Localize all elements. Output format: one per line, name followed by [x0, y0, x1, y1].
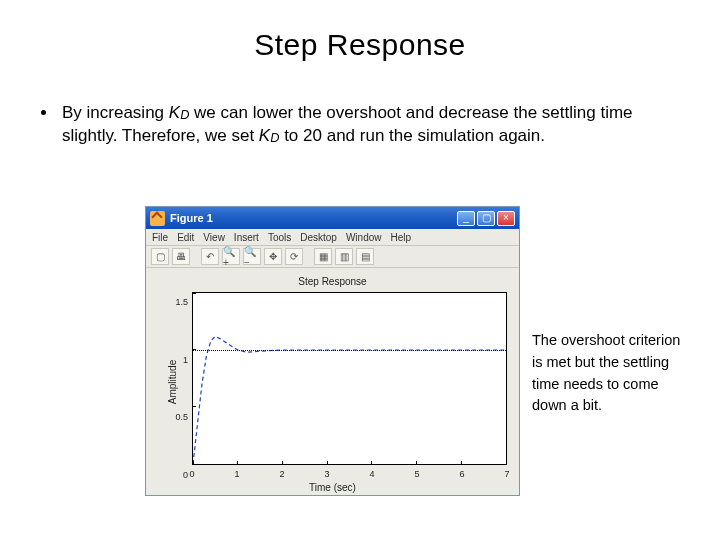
insert-colorbar-icon[interactable]: ▦ [314, 248, 332, 265]
bullet-text: By increasing KD we can lower the oversh… [40, 102, 680, 148]
menu-help[interactable]: Help [391, 232, 412, 243]
x-tick-label: 6 [459, 469, 464, 479]
x-tick-label: 4 [369, 469, 374, 479]
menubar: File Edit View Insert Tools Desktop Wind… [146, 229, 519, 246]
x-tick-label: 1 [234, 469, 239, 479]
y-tick-label: 1 [168, 355, 188, 365]
axes [192, 292, 507, 465]
x-tick-label: 3 [324, 469, 329, 479]
y-axis-label: Amplitude [167, 359, 178, 403]
x-tick-label: 0 [189, 469, 194, 479]
x-tick-label: 5 [414, 469, 419, 479]
kd-subscript: D [180, 107, 189, 122]
rotate-icon[interactable]: ↶ [201, 248, 219, 265]
print-icon[interactable]: 🖶 [172, 248, 190, 265]
hide-tools-icon[interactable]: ▤ [356, 248, 374, 265]
minimize-button[interactable]: _ [457, 211, 475, 226]
x-tick-label: 2 [279, 469, 284, 479]
menu-window[interactable]: Window [346, 232, 382, 243]
response-curve [193, 293, 506, 464]
chart-title: Step Response [152, 276, 513, 287]
toolbar: ▢ 🖶 ↶ 🔍+ 🔍− ✥ ⟳ ▦ ▥ ▤ [146, 246, 519, 268]
y-tick-label: 1.5 [168, 297, 188, 307]
y-tick-label: 0 [168, 470, 188, 480]
new-figure-icon[interactable]: ▢ [151, 248, 169, 265]
y-tick-label: 0.5 [168, 412, 188, 422]
menu-edit[interactable]: Edit [177, 232, 194, 243]
kd-symbol: K [259, 126, 270, 145]
bullet-part: to 20 and run the simulation again. [279, 126, 545, 145]
menu-tools[interactable]: Tools [268, 232, 291, 243]
window-title: Figure 1 [170, 212, 452, 224]
close-button[interactable]: × [497, 211, 515, 226]
pan-icon[interactable]: ✥ [264, 248, 282, 265]
matlab-icon [150, 211, 165, 226]
zoom-in-icon[interactable]: 🔍+ [222, 248, 240, 265]
menu-desktop[interactable]: Desktop [300, 232, 337, 243]
page-title: Step Response [0, 28, 720, 62]
figure-window: Figure 1 _ ▢ × File Edit View Insert Too… [145, 206, 520, 496]
reference-line [193, 350, 506, 351]
insert-legend-icon[interactable]: ▥ [335, 248, 353, 265]
menu-view[interactable]: View [203, 232, 225, 243]
x-tick-label: 7 [504, 469, 509, 479]
side-caption: The overshoot criterion is met but the s… [532, 330, 692, 417]
window-titlebar[interactable]: Figure 1 _ ▢ × [146, 207, 519, 229]
plot-area: Step Response Amplitude Time (sec) 01234… [146, 268, 519, 495]
x-axis-label: Time (sec) [146, 482, 519, 493]
kd-symbol: K [169, 103, 180, 122]
menu-insert[interactable]: Insert [234, 232, 259, 243]
maximize-button[interactable]: ▢ [477, 211, 495, 226]
rotate3d-icon[interactable]: ⟳ [285, 248, 303, 265]
zoom-out-icon[interactable]: 🔍− [243, 248, 261, 265]
menu-file[interactable]: File [152, 232, 168, 243]
bullet-part: By increasing [62, 103, 169, 122]
